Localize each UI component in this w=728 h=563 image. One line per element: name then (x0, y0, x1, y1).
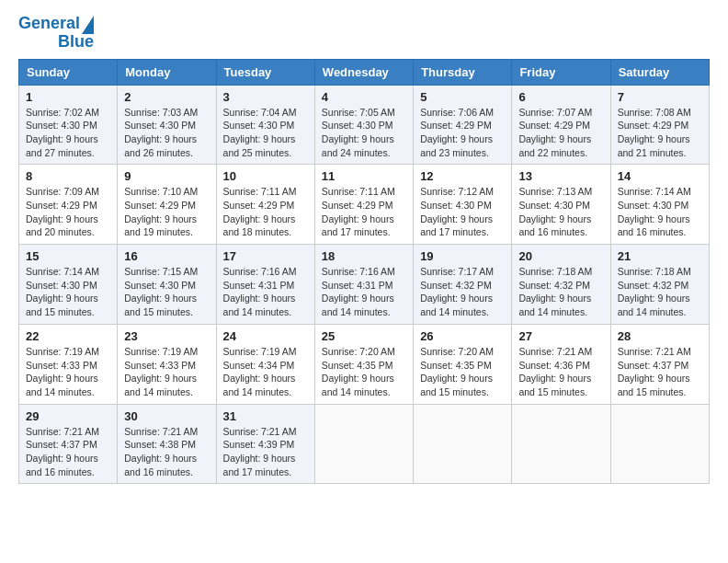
day-info: Sunrise: 7:21 AMSunset: 4:36 PMDaylight:… (518, 345, 603, 399)
calendar-cell (512, 404, 610, 484)
day-info: Sunrise: 7:15 AMSunset: 4:30 PMDaylight:… (124, 265, 209, 319)
calendar-cell: 29 Sunrise: 7:21 AMSunset: 4:37 PMDaylig… (19, 404, 118, 484)
calendar-cell: 16 Sunrise: 7:15 AMSunset: 4:30 PMDaylig… (118, 245, 216, 325)
day-number: 14 (618, 169, 702, 183)
day-info: Sunrise: 7:10 AMSunset: 4:29 PMDaylight:… (124, 185, 209, 239)
day-info: Sunrise: 7:18 AMSunset: 4:32 PMDaylight:… (518, 265, 603, 319)
calendar-cell: 21 Sunrise: 7:18 AMSunset: 4:32 PMDaylig… (610, 245, 709, 325)
calendar-header-row: SundayMondayTuesdayWednesdayThursdayFrid… (19, 59, 710, 85)
day-number: 3 (223, 90, 308, 104)
day-info: Sunrise: 7:18 AMSunset: 4:32 PMDaylight:… (618, 265, 702, 319)
day-number: 1 (26, 90, 110, 104)
calendar-cell: 28 Sunrise: 7:21 AMSunset: 4:37 PMDaylig… (610, 324, 709, 404)
calendar-cell: 12 Sunrise: 7:12 AMSunset: 4:30 PMDaylig… (414, 165, 512, 245)
header: General Blue (18, 15, 710, 52)
day-number: 25 (322, 329, 406, 343)
day-number: 4 (322, 90, 406, 104)
day-number: 17 (223, 249, 308, 263)
day-header-thursday: Thursday (414, 59, 512, 85)
calendar-cell: 24 Sunrise: 7:19 AMSunset: 4:34 PMDaylig… (216, 324, 314, 404)
day-info: Sunrise: 7:12 AMSunset: 4:30 PMDaylight:… (420, 185, 505, 239)
calendar-cell: 31 Sunrise: 7:21 AMSunset: 4:39 PMDaylig… (216, 404, 314, 484)
day-info: Sunrise: 7:06 AMSunset: 4:29 PMDaylight:… (420, 106, 505, 160)
day-info: Sunrise: 7:09 AMSunset: 4:29 PMDaylight:… (26, 185, 110, 239)
calendar-cell: 20 Sunrise: 7:18 AMSunset: 4:32 PMDaylig… (512, 245, 610, 325)
day-number: 22 (26, 329, 110, 343)
day-number: 12 (420, 169, 505, 183)
day-number: 16 (124, 249, 209, 263)
calendar-cell: 10 Sunrise: 7:11 AMSunset: 4:29 PMDaylig… (216, 165, 314, 245)
day-info: Sunrise: 7:21 AMSunset: 4:37 PMDaylight:… (26, 425, 110, 479)
calendar-week-2: 8 Sunrise: 7:09 AMSunset: 4:29 PMDayligh… (19, 165, 710, 245)
day-header-friday: Friday (512, 59, 610, 85)
calendar-cell: 27 Sunrise: 7:21 AMSunset: 4:36 PMDaylig… (512, 324, 610, 404)
calendar-cell: 19 Sunrise: 7:17 AMSunset: 4:32 PMDaylig… (414, 245, 512, 325)
day-info: Sunrise: 7:11 AMSunset: 4:29 PMDaylight:… (322, 185, 406, 239)
calendar-cell (414, 404, 512, 484)
calendar-cell: 9 Sunrise: 7:10 AMSunset: 4:29 PMDayligh… (118, 165, 216, 245)
calendar-cell: 22 Sunrise: 7:19 AMSunset: 4:33 PMDaylig… (19, 324, 118, 404)
day-number: 29 (26, 409, 110, 423)
day-number: 5 (420, 90, 505, 104)
logo-text: General (18, 15, 80, 33)
day-number: 15 (26, 249, 110, 263)
day-info: Sunrise: 7:21 AMSunset: 4:39 PMDaylight:… (223, 425, 308, 479)
day-header-wednesday: Wednesday (314, 59, 413, 85)
day-number: 24 (223, 329, 308, 343)
day-number: 7 (618, 90, 702, 104)
calendar-cell: 26 Sunrise: 7:20 AMSunset: 4:35 PMDaylig… (414, 324, 512, 404)
calendar-cell (314, 404, 413, 484)
calendar-cell: 25 Sunrise: 7:20 AMSunset: 4:35 PMDaylig… (314, 324, 413, 404)
calendar-cell: 7 Sunrise: 7:08 AMSunset: 4:29 PMDayligh… (610, 85, 709, 165)
day-number: 26 (420, 329, 505, 343)
day-number: 13 (518, 169, 603, 183)
day-number: 19 (420, 249, 505, 263)
calendar-cell: 3 Sunrise: 7:04 AMSunset: 4:30 PMDayligh… (216, 85, 314, 165)
day-number: 31 (223, 409, 308, 423)
day-info: Sunrise: 7:19 AMSunset: 4:33 PMDaylight:… (124, 345, 209, 399)
calendar-cell: 15 Sunrise: 7:14 AMSunset: 4:30 PMDaylig… (19, 245, 118, 325)
day-header-sunday: Sunday (19, 59, 118, 85)
day-info: Sunrise: 7:21 AMSunset: 4:37 PMDaylight:… (618, 345, 702, 399)
day-header-tuesday: Tuesday (216, 59, 314, 85)
day-number: 11 (322, 169, 406, 183)
calendar-cell: 2 Sunrise: 7:03 AMSunset: 4:30 PMDayligh… (118, 85, 216, 165)
day-number: 18 (322, 249, 406, 263)
day-info: Sunrise: 7:08 AMSunset: 4:29 PMDaylight:… (618, 106, 702, 160)
day-header-saturday: Saturday (610, 59, 709, 85)
day-info: Sunrise: 7:19 AMSunset: 4:34 PMDaylight:… (223, 345, 308, 399)
calendar-week-5: 29 Sunrise: 7:21 AMSunset: 4:37 PMDaylig… (19, 404, 710, 484)
day-info: Sunrise: 7:13 AMSunset: 4:30 PMDaylight:… (518, 185, 603, 239)
calendar-week-4: 22 Sunrise: 7:19 AMSunset: 4:33 PMDaylig… (19, 324, 710, 404)
day-info: Sunrise: 7:04 AMSunset: 4:30 PMDaylight:… (223, 106, 308, 160)
calendar-cell: 8 Sunrise: 7:09 AMSunset: 4:29 PMDayligh… (19, 165, 118, 245)
calendar-cell: 13 Sunrise: 7:13 AMSunset: 4:30 PMDaylig… (512, 165, 610, 245)
calendar-cell: 18 Sunrise: 7:16 AMSunset: 4:31 PMDaylig… (314, 245, 413, 325)
calendar-cell: 23 Sunrise: 7:19 AMSunset: 4:33 PMDaylig… (118, 324, 216, 404)
calendar-cell (610, 404, 709, 484)
calendar-table: SundayMondayTuesdayWednesdayThursdayFrid… (18, 59, 710, 485)
calendar-cell: 4 Sunrise: 7:05 AMSunset: 4:30 PMDayligh… (314, 85, 413, 165)
day-info: Sunrise: 7:11 AMSunset: 4:29 PMDaylight:… (223, 185, 308, 239)
calendar-cell: 14 Sunrise: 7:14 AMSunset: 4:30 PMDaylig… (610, 165, 709, 245)
day-number: 6 (518, 90, 603, 104)
day-number: 9 (124, 169, 209, 183)
calendar-cell: 17 Sunrise: 7:16 AMSunset: 4:31 PMDaylig… (216, 245, 314, 325)
day-info: Sunrise: 7:02 AMSunset: 4:30 PMDaylight:… (26, 106, 110, 160)
calendar-cell: 6 Sunrise: 7:07 AMSunset: 4:29 PMDayligh… (512, 85, 610, 165)
day-number: 28 (618, 329, 702, 343)
day-info: Sunrise: 7:16 AMSunset: 4:31 PMDaylight:… (322, 265, 406, 319)
day-info: Sunrise: 7:17 AMSunset: 4:32 PMDaylight:… (420, 265, 505, 319)
calendar-week-3: 15 Sunrise: 7:14 AMSunset: 4:30 PMDaylig… (19, 245, 710, 325)
day-info: Sunrise: 7:21 AMSunset: 4:38 PMDaylight:… (124, 425, 209, 479)
day-info: Sunrise: 7:19 AMSunset: 4:33 PMDaylight:… (26, 345, 110, 399)
day-info: Sunrise: 7:05 AMSunset: 4:30 PMDaylight:… (322, 106, 406, 160)
day-number: 23 (124, 329, 209, 343)
calendar-cell: 1 Sunrise: 7:02 AMSunset: 4:30 PMDayligh… (19, 85, 118, 165)
day-number: 8 (26, 169, 110, 183)
day-number: 27 (518, 329, 603, 343)
day-info: Sunrise: 7:16 AMSunset: 4:31 PMDaylight:… (223, 265, 308, 319)
calendar-week-1: 1 Sunrise: 7:02 AMSunset: 4:30 PMDayligh… (19, 85, 710, 165)
logo: General Blue (18, 15, 94, 52)
day-header-monday: Monday (118, 59, 216, 85)
